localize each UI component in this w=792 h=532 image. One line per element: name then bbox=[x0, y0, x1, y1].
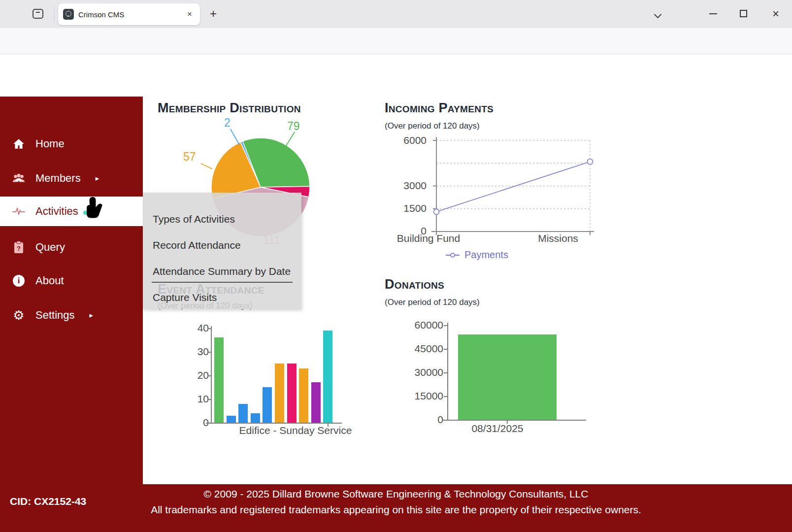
y-tick: 15000 bbox=[399, 390, 443, 402]
data-point bbox=[588, 159, 593, 165]
y-tick-mark bbox=[207, 399, 211, 400]
submenu-caret-icon: ▸ bbox=[90, 311, 94, 320]
sidebar-item-settings[interactable]: ⚙ Settings ▸ bbox=[0, 300, 143, 330]
y-tick-mark bbox=[444, 325, 447, 326]
bar-chart-title: Donations bbox=[385, 277, 444, 292]
footer: © 2009 - 2025 Dillard Browne Software En… bbox=[0, 484, 792, 532]
sidebar-item-query[interactable]: ? Query bbox=[0, 233, 143, 262]
footer-trademarks: All trademarks and registered trademarks… bbox=[0, 504, 792, 516]
sidebar-item-label: Activities bbox=[35, 205, 78, 218]
settings-gear-icon: ⚙ bbox=[12, 308, 26, 322]
donations-bars bbox=[448, 324, 586, 420]
legend-marker-icon bbox=[446, 252, 461, 259]
bar bbox=[251, 413, 260, 423]
sidebar-item-label: Settings bbox=[35, 309, 75, 322]
pie-leader-line bbox=[231, 129, 239, 145]
y-tick-mark bbox=[207, 375, 211, 376]
footer-copyright: © 2009 - 2025 Dillard Browne Software En… bbox=[0, 488, 792, 500]
new-tab-button[interactable]: + bbox=[206, 7, 221, 22]
y-tick: 0 bbox=[399, 414, 443, 426]
tabstrip-divider bbox=[54, 6, 55, 21]
site-favicon bbox=[63, 9, 74, 20]
line-chart-title: Incoming Payments bbox=[385, 100, 494, 116]
tab-close-icon[interactable]: × bbox=[184, 9, 195, 20]
bar bbox=[214, 337, 224, 423]
y-tick: 30000 bbox=[399, 366, 443, 378]
bar bbox=[263, 387, 272, 423]
bar bbox=[227, 416, 236, 423]
menu-item-record-attendance[interactable]: Record Attendance bbox=[153, 239, 241, 251]
y-tick: 60000 bbox=[399, 319, 443, 331]
menu-item-types-of-activities[interactable]: Types of Activities bbox=[153, 213, 235, 225]
y-tick: 30 bbox=[189, 346, 209, 358]
y-tick: 40 bbox=[189, 322, 209, 334]
y-tick: 20 bbox=[189, 369, 209, 381]
pie-leader-line bbox=[201, 164, 212, 169]
browser-tabstrip: Crimson CMS × + × bbox=[0, 0, 792, 28]
x-axis bbox=[442, 420, 586, 421]
page-header: Crimson Church Demo - CMS v8.0 MT bbox=[0, 54, 792, 97]
query-icon: ? bbox=[12, 240, 26, 254]
sidebar-item-label: Members bbox=[35, 172, 81, 185]
sidebar-item-activities[interactable]: Activities ▸ bbox=[0, 197, 143, 226]
bar bbox=[299, 368, 308, 423]
tab-title: Crimson CMS bbox=[78, 10, 184, 19]
bar bbox=[238, 404, 248, 423]
sidebar-item-label: About bbox=[35, 274, 64, 287]
y-tick-mark bbox=[444, 349, 447, 350]
y-tick: 10 bbox=[189, 393, 209, 405]
x-category: Building Fund bbox=[379, 233, 478, 244]
pie-slice-label: 57 bbox=[183, 150, 196, 164]
y-tick: 1500 bbox=[399, 202, 427, 214]
legend-label: Payments bbox=[464, 249, 508, 261]
about-info-icon: i bbox=[12, 274, 26, 288]
browser-toolbar: ← → www.dibroapps.com/crimson/product/ho… bbox=[0, 28, 792, 54]
submenu-caret-icon: ▸ bbox=[96, 174, 99, 183]
line-chart-subtitle: (Over period of 120 days) bbox=[385, 121, 480, 131]
y-tick-mark bbox=[207, 328, 211, 329]
tab-list-chevron-icon[interactable] bbox=[655, 11, 662, 18]
y-tick: 6000 bbox=[399, 134, 427, 146]
bar bbox=[275, 364, 284, 423]
data-point bbox=[434, 209, 439, 214]
sidebar-item-label: Query bbox=[35, 241, 65, 254]
x-axis bbox=[206, 423, 342, 424]
mouse-cursor bbox=[82, 196, 107, 224]
bar bbox=[287, 364, 297, 423]
y-tick: 3000 bbox=[399, 180, 427, 192]
sidebar-item-members[interactable]: Members ▸ bbox=[0, 164, 143, 193]
browser-tab[interactable]: Crimson CMS × bbox=[58, 3, 200, 25]
menu-item-capture-visits[interactable]: Capture Visits bbox=[153, 292, 217, 303]
firefox-view-icon[interactable] bbox=[32, 8, 44, 20]
pie-slice-label: 2 bbox=[224, 116, 231, 130]
customer-id: CID: CX2152-43 bbox=[10, 496, 86, 507]
sidebar-item-about[interactable]: i About bbox=[0, 266, 143, 296]
window-maximize-button[interactable] bbox=[740, 10, 747, 17]
window-minimize-button[interactable] bbox=[709, 13, 717, 14]
home-icon bbox=[12, 137, 26, 151]
activities-dropdown-menu: Types of Activities Record Attendance At… bbox=[143, 193, 301, 309]
event-attendance-bars bbox=[212, 325, 337, 423]
y-tick-mark bbox=[444, 396, 447, 397]
menu-item-attendance-summary[interactable]: Attendance Summary by Date bbox=[153, 266, 291, 277]
y-tick: 45000 bbox=[399, 343, 443, 355]
activities-icon bbox=[12, 204, 26, 218]
y-tick-mark bbox=[207, 352, 211, 353]
members-icon bbox=[12, 171, 26, 185]
sidebar: Home Members ▸ Activities ▸ ? Query i Ab… bbox=[0, 97, 143, 484]
pie-leader-line bbox=[285, 132, 295, 147]
bar-chart-subtitle: (Over period of 120 days) bbox=[385, 298, 480, 307]
x-category: Missions bbox=[509, 233, 607, 244]
window-close-button[interactable]: × bbox=[769, 7, 782, 20]
bar bbox=[311, 382, 321, 423]
sidebar-item-home[interactable]: Home bbox=[0, 129, 143, 159]
chart-legend[interactable]: Payments bbox=[446, 249, 508, 261]
y-tick-mark bbox=[444, 372, 447, 373]
menu-divider bbox=[152, 282, 293, 283]
sidebar-item-label: Home bbox=[35, 137, 65, 150]
x-category: Edifice - Sunday Service bbox=[236, 425, 355, 436]
pie-slice-label: 79 bbox=[287, 120, 300, 133]
bar bbox=[323, 331, 332, 423]
x-category: 08/31/2025 bbox=[448, 423, 547, 434]
svg-text:?: ? bbox=[17, 245, 21, 252]
